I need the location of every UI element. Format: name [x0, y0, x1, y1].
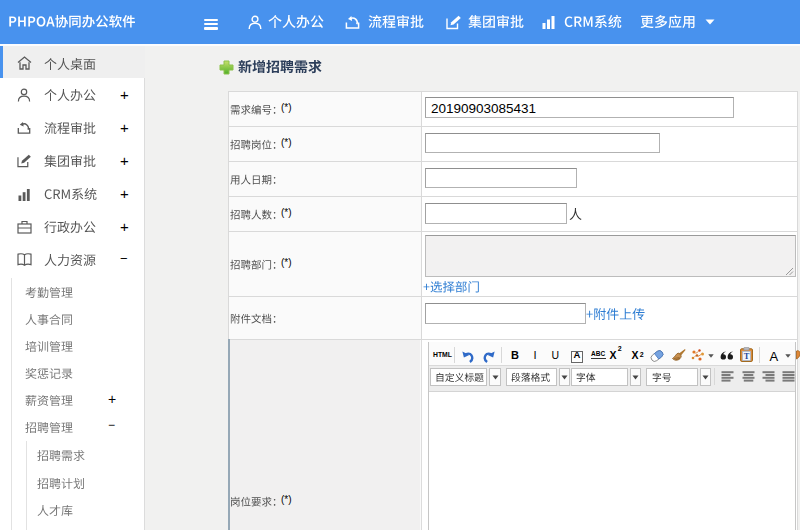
svg-text:T: T	[744, 350, 750, 360]
